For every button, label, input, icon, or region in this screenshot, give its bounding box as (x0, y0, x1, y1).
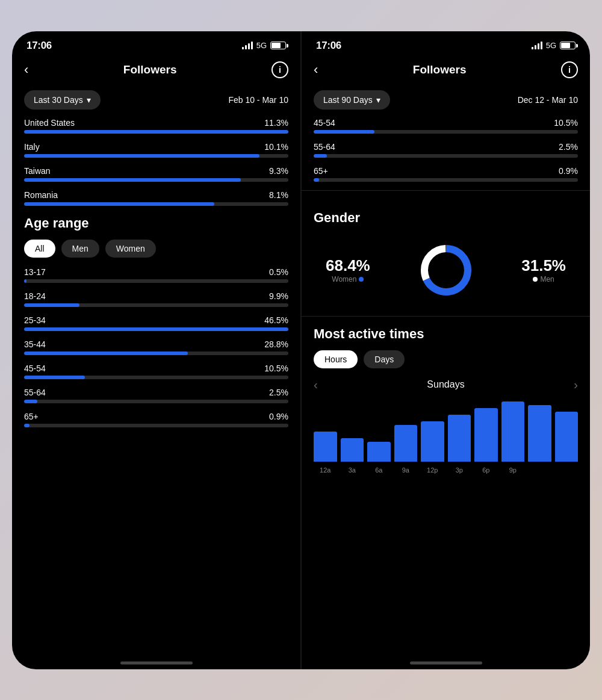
country-label-2: Taiwan (24, 166, 51, 176)
network-left: 5G (256, 41, 267, 50)
chart-bar-8 (528, 405, 551, 462)
period-selector-left[interactable]: Last 30 Days ▾ (24, 90, 101, 110)
country-pct-0: 11.3% (264, 118, 288, 128)
gender-section: Gender 68.4% Women (302, 191, 590, 316)
country-pct-3: 8.1% (269, 190, 288, 200)
age-row-65plus: 65+ 0.9% (24, 412, 288, 427)
bar-fill-0 (24, 130, 288, 134)
network-right: 5G (546, 41, 556, 50)
battery-right (560, 42, 576, 49)
chart-bar-0 (314, 432, 337, 462)
chart-label-3p: 3p (448, 466, 471, 474)
countries-section: United States 11.3% Italy 10.1% Taiwan (12, 118, 300, 436)
chart-bar-1 (341, 438, 364, 462)
status-icons-left: 5G (242, 41, 286, 50)
age-section-right: 45-54 10.5% 55-64 2.5% 65+ 0 (302, 118, 590, 190)
date-range-left: Feb 10 - Mar 10 (228, 95, 288, 105)
country-pct-1: 10.1% (264, 142, 288, 152)
bar-track-0 (24, 130, 288, 134)
battery-left (270, 42, 286, 49)
age-row-13-17: 13-17 0.5% (24, 267, 288, 283)
signal-left (242, 42, 253, 49)
back-button-left[interactable]: ‹ (24, 62, 28, 78)
chart-label-empty2 (555, 466, 579, 474)
age-range-title: Age range (24, 215, 288, 231)
age-btn-women[interactable]: Women (105, 240, 156, 258)
age-row-right-65plus: 65+ 0.9% (314, 166, 578, 182)
country-row-2: Taiwan 9.3% (24, 166, 288, 182)
active-times-section: Most active times Hours Days ‹ Sundays › (302, 317, 590, 486)
info-button-right[interactable]: i (561, 61, 578, 78)
signal-right (532, 42, 542, 49)
age-row-25-34: 25-34 46.5% (24, 315, 288, 331)
day-nav-row: ‹ Sundays › (314, 378, 578, 392)
country-row-1: Italy 10.1% (24, 142, 288, 158)
country-label-3: Romania (24, 190, 58, 200)
country-pct-2: 9.3% (269, 166, 288, 176)
women-label: Women (326, 275, 370, 283)
chart-label-6p: 6p (474, 466, 498, 474)
info-button-left[interactable]: i (272, 61, 288, 78)
age-row-right-45-54: 45-54 10.5% (314, 118, 578, 134)
chart-label-9p: 9p (501, 466, 525, 474)
next-day-button[interactable]: › (574, 378, 578, 392)
period-row-left: Last 30 Days ▾ Feb 10 - Mar 10 (12, 85, 300, 118)
time-left: 17:06 (26, 40, 52, 52)
age-row-45-54: 45-54 10.5% (24, 364, 288, 379)
status-icons-right: 5G (532, 41, 576, 50)
chart-label-12p: 12p (421, 466, 444, 474)
country-label-0: United States (24, 118, 75, 128)
chevron-down-icon-left: ▾ (87, 95, 91, 105)
chart-bar-5 (448, 415, 471, 462)
chart-label-6a: 6a (367, 466, 391, 474)
hours-tab[interactable]: Hours (314, 350, 358, 368)
right-phone: 17:06 5G ‹ Followers i (302, 31, 590, 669)
chart-bar-3 (394, 425, 418, 462)
chevron-down-icon-right: ▾ (376, 95, 380, 105)
home-indicator-left (120, 661, 193, 664)
men-label: Men (521, 275, 566, 283)
page-title-right: Followers (413, 63, 467, 76)
period-selector-right[interactable]: Last 90 Days ▾ (314, 90, 390, 110)
active-times-title: Most active times (314, 326, 578, 342)
age-btn-men[interactable]: Men (61, 240, 99, 258)
chart-label-12a: 12a (314, 466, 337, 474)
gender-donut (416, 240, 476, 300)
time-right: 17:06 (316, 40, 341, 52)
chart-bar-6 (474, 408, 498, 462)
chart-bar-2 (367, 442, 391, 462)
age-row-35-44: 35-44 28.8% (24, 339, 288, 355)
nav-bar-left: ‹ Followers i (12, 57, 300, 85)
chart-label-row: 12a 3a 6a 9a 12p 3p 6p 9p (314, 466, 578, 474)
women-pct: 68.4% (326, 256, 370, 275)
women-stat: 68.4% Women (326, 256, 370, 283)
age-row-right-55-64: 55-64 2.5% (314, 142, 578, 158)
age-row-55-64: 55-64 2.5% (24, 388, 288, 403)
chart-bar-4 (421, 421, 444, 462)
men-stat: 31.5% Men (521, 256, 566, 283)
left-phone: 17:06 5G ‹ Followers i (12, 31, 300, 669)
chart-label-9a: 9a (394, 466, 418, 474)
status-bar-left: 17:06 5G (12, 31, 300, 57)
age-buttons: All Men Women (24, 240, 288, 258)
chart-label-empty1 (528, 466, 551, 474)
women-dot-icon (359, 277, 364, 282)
gender-title: Gender (314, 210, 578, 226)
date-range-right: Dec 12 - Mar 10 (518, 95, 578, 105)
period-row-right: Last 90 Days ▾ Dec 12 - Mar 10 (302, 85, 590, 118)
age-btn-all[interactable]: All (24, 240, 55, 258)
nav-bar-right: ‹ Followers i (302, 57, 590, 85)
country-row-3: Romania 8.1% (24, 190, 288, 206)
bar-chart (314, 401, 578, 462)
time-tabs: Hours Days (314, 350, 578, 368)
donut-chart (416, 240, 476, 300)
chart-bar-9 (555, 412, 579, 462)
home-indicator-right (410, 661, 482, 664)
chart-bar-7 (501, 401, 525, 462)
current-day: Sundays (427, 379, 464, 390)
days-tab[interactable]: Days (364, 350, 405, 368)
prev-day-button[interactable]: ‹ (314, 378, 318, 392)
back-button-right[interactable]: ‹ (314, 62, 318, 78)
gender-container: 68.4% Women (314, 234, 578, 306)
chart-label-3a: 3a (341, 466, 364, 474)
